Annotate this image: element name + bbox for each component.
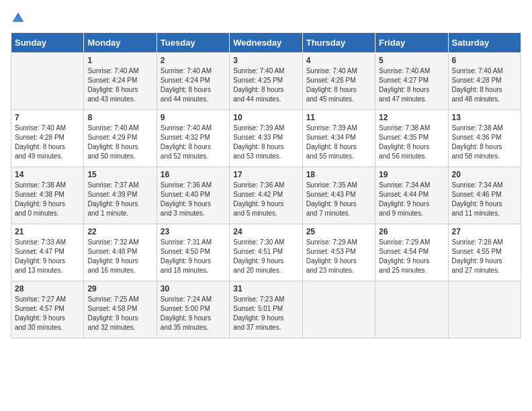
day-number: 12 <box>379 113 444 122</box>
day-number: 2 <box>161 56 226 65</box>
day-number: 9 <box>161 113 226 122</box>
cell-content: Sunrise: 7:28 AMSunset: 4:55 PMDaylight:… <box>452 238 517 275</box>
calendar-cell: 28Sunrise: 7:27 AMSunset: 4:57 PMDayligh… <box>11 281 84 338</box>
cell-content: Sunrise: 7:27 AMSunset: 4:57 PMDaylight:… <box>15 295 80 332</box>
cell-content: Sunrise: 7:39 AMSunset: 4:33 PMDaylight:… <box>233 124 298 161</box>
day-number: 20 <box>452 170 517 179</box>
logo <box>11 11 28 26</box>
calendar-header-row: SundayMondayTuesdayWednesdayThursdayFrid… <box>11 33 521 53</box>
calendar-cell: 22Sunrise: 7:32 AMSunset: 4:48 PMDayligh… <box>84 224 157 281</box>
day-number: 3 <box>233 56 298 65</box>
day-number: 15 <box>87 170 152 179</box>
calendar-week-row: 21Sunrise: 7:33 AMSunset: 4:47 PMDayligh… <box>11 224 521 281</box>
cell-content: Sunrise: 7:25 AMSunset: 4:58 PMDaylight:… <box>87 295 152 332</box>
page-header <box>11 11 521 26</box>
day-number: 14 <box>15 170 80 179</box>
calendar-cell: 29Sunrise: 7:25 AMSunset: 4:58 PMDayligh… <box>84 281 157 338</box>
day-number: 1 <box>87 56 152 65</box>
calendar-cell: 18Sunrise: 7:35 AMSunset: 4:43 PMDayligh… <box>302 167 375 224</box>
day-number: 26 <box>379 227 444 236</box>
day-number: 10 <box>233 113 298 122</box>
cell-content: Sunrise: 7:33 AMSunset: 4:47 PMDaylight:… <box>15 238 80 275</box>
logo-icon <box>11 11 26 26</box>
day-number: 4 <box>306 56 371 65</box>
calendar-cell: 25Sunrise: 7:29 AMSunset: 4:53 PMDayligh… <box>302 224 375 281</box>
day-number: 27 <box>452 227 517 236</box>
cell-content: Sunrise: 7:40 AMSunset: 4:28 PMDaylight:… <box>452 66 517 104</box>
calendar-cell <box>448 281 521 338</box>
cell-content: Sunrise: 7:40 AMSunset: 4:25 PMDaylight:… <box>233 66 298 104</box>
day-number: 25 <box>306 227 371 236</box>
day-number: 19 <box>379 170 444 179</box>
cell-content: Sunrise: 7:40 AMSunset: 4:27 PMDaylight:… <box>379 66 444 104</box>
day-number: 24 <box>233 227 298 236</box>
header-friday: Friday <box>375 33 448 53</box>
calendar-cell: 5Sunrise: 7:40 AMSunset: 4:27 PMDaylight… <box>375 53 448 110</box>
cell-content: Sunrise: 7:23 AMSunset: 5:01 PMDaylight:… <box>233 295 298 332</box>
header-monday: Monday <box>84 33 157 53</box>
day-number: 17 <box>233 170 298 179</box>
cell-content: Sunrise: 7:38 AMSunset: 4:35 PMDaylight:… <box>379 124 444 161</box>
calendar-cell: 2Sunrise: 7:40 AMSunset: 4:24 PMDaylight… <box>157 53 229 110</box>
day-number: 6 <box>452 56 517 65</box>
day-number: 21 <box>15 227 80 236</box>
cell-content: Sunrise: 7:40 AMSunset: 4:29 PMDaylight:… <box>87 124 152 161</box>
calendar-cell: 23Sunrise: 7:31 AMSunset: 4:50 PMDayligh… <box>157 224 229 281</box>
day-number: 11 <box>306 113 371 122</box>
cell-content: Sunrise: 7:30 AMSunset: 4:51 PMDaylight:… <box>233 238 298 275</box>
calendar-table: SundayMondayTuesdayWednesdayThursdayFrid… <box>11 32 521 338</box>
calendar-cell: 26Sunrise: 7:29 AMSunset: 4:54 PMDayligh… <box>375 224 448 281</box>
calendar-cell: 11Sunrise: 7:39 AMSunset: 4:34 PMDayligh… <box>302 110 375 167</box>
calendar-cell: 24Sunrise: 7:30 AMSunset: 4:51 PMDayligh… <box>230 224 302 281</box>
calendar-week-row: 7Sunrise: 7:40 AMSunset: 4:28 PMDaylight… <box>11 110 521 167</box>
calendar-week-row: 28Sunrise: 7:27 AMSunset: 4:57 PMDayligh… <box>11 281 521 338</box>
calendar-cell: 4Sunrise: 7:40 AMSunset: 4:26 PMDaylight… <box>302 53 375 110</box>
cell-content: Sunrise: 7:29 AMSunset: 4:54 PMDaylight:… <box>379 238 444 275</box>
cell-content: Sunrise: 7:34 AMSunset: 4:46 PMDaylight:… <box>452 181 517 218</box>
calendar-cell: 21Sunrise: 7:33 AMSunset: 4:47 PMDayligh… <box>11 224 84 281</box>
calendar-cell: 7Sunrise: 7:40 AMSunset: 4:28 PMDaylight… <box>11 110 84 167</box>
day-number: 8 <box>87 113 152 122</box>
calendar-cell: 3Sunrise: 7:40 AMSunset: 4:25 PMDaylight… <box>230 53 302 110</box>
cell-content: Sunrise: 7:40 AMSunset: 4:26 PMDaylight:… <box>306 66 371 104</box>
day-number: 18 <box>306 170 371 179</box>
header-tuesday: Tuesday <box>157 33 229 53</box>
day-number: 7 <box>15 113 80 122</box>
day-number: 5 <box>379 56 444 65</box>
calendar-cell <box>375 281 448 338</box>
calendar-cell: 17Sunrise: 7:36 AMSunset: 4:42 PMDayligh… <box>230 167 302 224</box>
day-number: 28 <box>15 284 80 293</box>
calendar-cell <box>302 281 375 338</box>
cell-content: Sunrise: 7:40 AMSunset: 4:24 PMDaylight:… <box>161 66 226 104</box>
calendar-cell: 27Sunrise: 7:28 AMSunset: 4:55 PMDayligh… <box>448 224 521 281</box>
cell-content: Sunrise: 7:29 AMSunset: 4:53 PMDaylight:… <box>306 238 371 275</box>
day-number: 22 <box>87 227 152 236</box>
header-sunday: Sunday <box>11 33 84 53</box>
cell-content: Sunrise: 7:35 AMSunset: 4:43 PMDaylight:… <box>306 181 371 218</box>
calendar-cell: 1Sunrise: 7:40 AMSunset: 4:24 PMDaylight… <box>84 53 157 110</box>
day-number: 30 <box>161 284 226 293</box>
calendar-cell: 16Sunrise: 7:36 AMSunset: 4:40 PMDayligh… <box>157 167 229 224</box>
calendar-cell: 15Sunrise: 7:37 AMSunset: 4:39 PMDayligh… <box>84 167 157 224</box>
cell-content: Sunrise: 7:36 AMSunset: 4:42 PMDaylight:… <box>233 181 298 218</box>
calendar-cell: 13Sunrise: 7:38 AMSunset: 4:36 PMDayligh… <box>448 110 521 167</box>
header-wednesday: Wednesday <box>230 33 302 53</box>
header-saturday: Saturday <box>448 33 521 53</box>
cell-content: Sunrise: 7:32 AMSunset: 4:48 PMDaylight:… <box>87 238 152 275</box>
cell-content: Sunrise: 7:40 AMSunset: 4:28 PMDaylight:… <box>15 124 80 161</box>
calendar-cell: 8Sunrise: 7:40 AMSunset: 4:29 PMDaylight… <box>84 110 157 167</box>
day-number: 16 <box>161 170 226 179</box>
day-number: 13 <box>452 113 517 122</box>
day-number: 31 <box>233 284 298 293</box>
calendar-week-row: 14Sunrise: 7:38 AMSunset: 4:38 PMDayligh… <box>11 167 521 224</box>
cell-content: Sunrise: 7:40 AMSunset: 4:32 PMDaylight:… <box>161 124 226 161</box>
calendar-cell <box>11 53 84 110</box>
cell-content: Sunrise: 7:24 AMSunset: 5:00 PMDaylight:… <box>161 295 226 332</box>
calendar-week-row: 1Sunrise: 7:40 AMSunset: 4:24 PMDaylight… <box>11 53 521 110</box>
calendar-cell: 12Sunrise: 7:38 AMSunset: 4:35 PMDayligh… <box>375 110 448 167</box>
cell-content: Sunrise: 7:34 AMSunset: 4:44 PMDaylight:… <box>379 181 444 218</box>
cell-content: Sunrise: 7:37 AMSunset: 4:39 PMDaylight:… <box>87 181 152 218</box>
cell-content: Sunrise: 7:39 AMSunset: 4:34 PMDaylight:… <box>306 124 371 161</box>
cell-content: Sunrise: 7:38 AMSunset: 4:36 PMDaylight:… <box>452 124 517 161</box>
cell-content: Sunrise: 7:38 AMSunset: 4:38 PMDaylight:… <box>15 181 80 218</box>
